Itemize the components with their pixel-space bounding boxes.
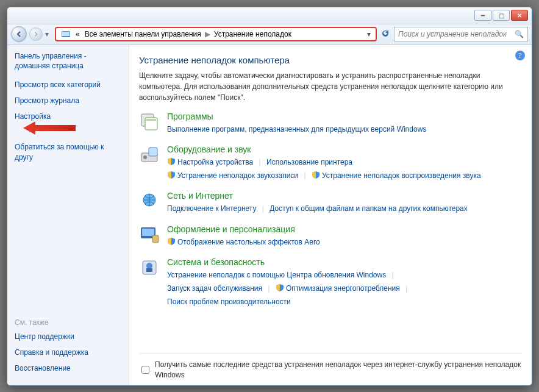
maximize-button[interactable]: ▢ bbox=[493, 10, 510, 21]
link-audio-recording[interactable]: Устранение неполадок звукозаписи bbox=[177, 171, 298, 180]
breadcrumb-parent[interactable]: Все элементы панели управления bbox=[82, 29, 204, 40]
page-title: Устранение неполадок компьютера bbox=[139, 55, 522, 65]
shield-icon bbox=[312, 171, 320, 179]
sidebar-item-settings[interactable]: Настройка bbox=[15, 112, 121, 122]
search-icon: 🔍 bbox=[515, 30, 524, 38]
nav-back-button[interactable] bbox=[11, 26, 27, 42]
hardware-icon bbox=[139, 144, 160, 165]
shield-icon bbox=[167, 171, 176, 179]
sidebar-item-categories[interactable]: Просмотр всех категорий bbox=[15, 80, 121, 90]
security-icon bbox=[139, 257, 160, 278]
category-security-title[interactable]: Система и безопасность bbox=[167, 257, 265, 267]
category-hardware: Оборудование и звук Настройка устройства… bbox=[139, 144, 522, 182]
close-button[interactable]: ✕ bbox=[511, 10, 528, 21]
footer-option: Получить самые последние средства устран… bbox=[139, 353, 522, 380]
link-windows-update-troubleshoot[interactable]: Устранение неполадок с помощью Центра об… bbox=[167, 271, 386, 279]
nav-forward-button[interactable] bbox=[29, 27, 43, 41]
link-shared-files[interactable]: Доступ к общим файлам и папкам на других… bbox=[270, 204, 467, 213]
shield-icon bbox=[276, 283, 284, 292]
link-internet-connection[interactable]: Подключение к Интернету bbox=[167, 204, 257, 213]
breadcrumb-chevrons[interactable]: « bbox=[73, 29, 82, 40]
sidebar-home[interactable]: Панель управления - домашняя страница bbox=[15, 51, 121, 72]
search-box[interactable]: 🔍 bbox=[394, 27, 528, 41]
help-icon[interactable]: ? bbox=[515, 50, 526, 63]
refresh-button[interactable] bbox=[379, 29, 391, 40]
get-latest-troubleshooters-label: Получить самые последние средства устран… bbox=[155, 360, 522, 380]
sidebar-see-also-header: См. также bbox=[15, 318, 121, 327]
sidebar-item-help[interactable]: Справка и поддержка bbox=[15, 347, 121, 358]
minimize-button[interactable]: ━ bbox=[474, 10, 491, 21]
window: ━ ▢ ✕ ▾ « Все элементы панели управления… bbox=[7, 7, 532, 386]
svg-rect-12 bbox=[142, 229, 154, 236]
category-appearance: Оформление и персонализация Отображение … bbox=[139, 224, 522, 249]
category-network-title[interactable]: Сеть и Интернет bbox=[167, 191, 233, 201]
svg-rect-6 bbox=[146, 119, 156, 121]
link-audio-playback[interactable]: Устранение неполадок воспроизведения зву… bbox=[322, 171, 481, 180]
category-programs: Программы Выполнение программ, предназна… bbox=[139, 112, 522, 137]
main-content: ? Устранение неполадок компьютера Щелкни… bbox=[129, 45, 532, 385]
navbar: ▾ « Все элементы панели управления ▶ Уст… bbox=[7, 24, 532, 45]
breadcrumb-current[interactable]: Устранение неполадок bbox=[212, 29, 294, 40]
arrow-right-icon bbox=[33, 31, 39, 37]
sidebar-item-history[interactable]: Просмотр журнала bbox=[15, 96, 121, 106]
get-latest-troubleshooters-checkbox[interactable] bbox=[141, 361, 149, 379]
shield-icon bbox=[167, 237, 176, 246]
link-use-printer[interactable]: Использование принтера bbox=[266, 158, 352, 166]
link-performance-problems[interactable]: Поиск проблем производительности bbox=[167, 298, 291, 306]
sidebar: Панель управления - домашняя страница Пр… bbox=[7, 45, 129, 385]
sidebar-item-ask-friend[interactable]: Обратиться за помощью к другу bbox=[15, 142, 121, 163]
nav-history-dropdown[interactable]: ▾ bbox=[45, 30, 52, 38]
search-input[interactable] bbox=[397, 29, 515, 39]
arrow-left-icon bbox=[15, 30, 23, 38]
svg-rect-16 bbox=[146, 268, 152, 272]
programs-icon bbox=[139, 112, 160, 132]
category-hardware-title[interactable]: Оборудование и звук bbox=[167, 144, 251, 154]
titlebar: ━ ▢ ✕ bbox=[7, 7, 532, 24]
svg-text:?: ? bbox=[518, 51, 521, 60]
control-panel-icon bbox=[61, 29, 71, 39]
link-configure-device[interactable]: Настройка устройства bbox=[177, 158, 253, 166]
annotation-arrow-icon bbox=[23, 121, 76, 137]
sidebar-item-recovery[interactable]: Восстановление bbox=[15, 363, 121, 374]
svg-rect-8 bbox=[149, 148, 157, 156]
sidebar-see-also-links: Центр поддержки Справка и поддержка Восс… bbox=[15, 332, 121, 379]
category-network: Сеть и Интернет Подключение к Интернету … bbox=[139, 191, 522, 216]
refresh-icon bbox=[380, 29, 390, 38]
link-maintenance-tasks[interactable]: Запуск задач обслуживания bbox=[167, 284, 262, 293]
sidebar-home-link[interactable]: Панель управления - домашняя страница bbox=[15, 51, 121, 72]
appearance-icon bbox=[139, 224, 160, 245]
body: Панель управления - домашняя страница Пр… bbox=[7, 45, 532, 385]
address-bar[interactable]: « Все элементы панели управления ▶ Устра… bbox=[55, 27, 377, 41]
shield-icon bbox=[167, 157, 176, 166]
category-security: Система и безопасность Устранение непола… bbox=[139, 257, 522, 308]
page-intro: Щелкните задачу, чтобы автоматически диа… bbox=[139, 70, 522, 103]
svg-point-15 bbox=[146, 263, 152, 269]
sidebar-main-links: Просмотр всех категорий Просмотр журнала… bbox=[15, 80, 121, 168]
svg-rect-1 bbox=[62, 32, 70, 36]
link-aero-effects[interactable]: Отображение настольных эффектов Aero bbox=[177, 238, 320, 246]
address-dropdown-icon[interactable]: ▾ bbox=[365, 30, 373, 38]
category-programs-title[interactable]: Программы bbox=[167, 112, 213, 121]
category-appearance-title[interactable]: Оформление и персонализация bbox=[167, 224, 295, 234]
svg-rect-13 bbox=[152, 235, 159, 243]
chevron-right-icon: ▶ bbox=[204, 30, 212, 38]
link-run-old-programs[interactable]: Выполнение программ, предназначенных для… bbox=[167, 125, 426, 134]
sidebar-item-action-center[interactable]: Центр поддержки bbox=[15, 332, 121, 342]
link-power-optimization[interactable]: Оптимизация энергопотребления bbox=[286, 284, 400, 293]
network-icon bbox=[139, 191, 160, 212]
svg-point-9 bbox=[143, 155, 147, 159]
